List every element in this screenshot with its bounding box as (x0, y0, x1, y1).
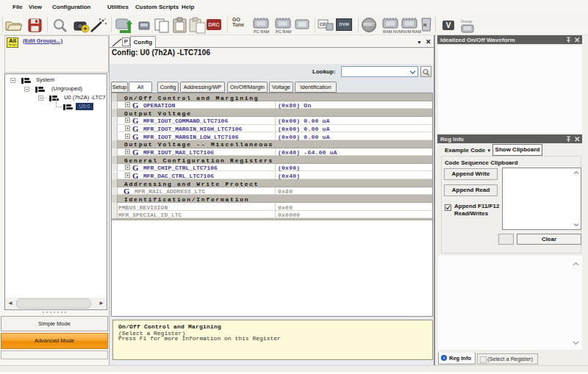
svg-text:N: N (423, 23, 426, 27)
svg-text:PC RAM: PC RAM (254, 29, 270, 34)
svg-text:PC RAM: PC RAM (276, 29, 292, 34)
svg-text:CE: CE (320, 22, 326, 26)
